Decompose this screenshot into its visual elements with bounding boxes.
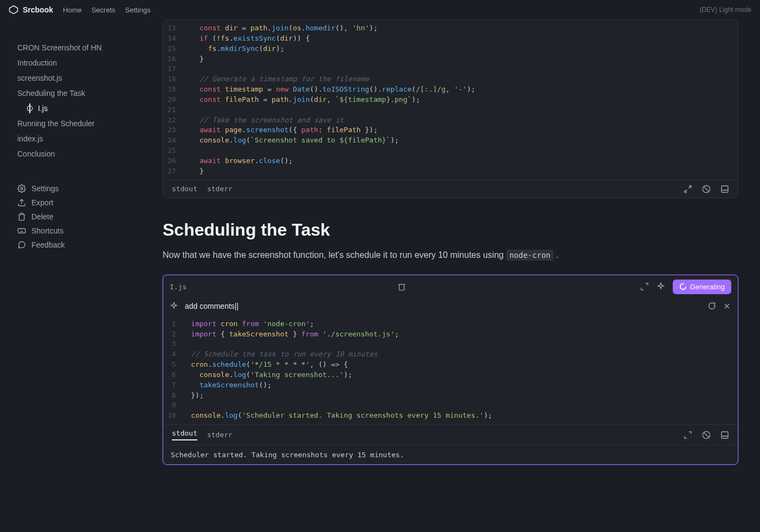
chat-icon[interactable] [707,302,716,310]
sparkle-icon[interactable] [656,282,665,291]
svg-line-11 [685,190,687,192]
stderr-tab[interactable]: stderr [207,431,233,439]
svg-line-10 [688,186,691,189]
toc-scheduling[interactable]: Scheduling the Task [17,87,141,100]
nav-home[interactable]: Home [63,6,82,14]
section-heading: Scheduling the Task [163,220,738,240]
dev-mode-badge[interactable]: (DEV) Light mode [700,6,751,14]
code-editor[interactable]: const dir = path.join(os.homedir(), 'hn'… [183,23,738,177]
spinner-icon [679,283,687,290]
chat-icon [17,241,26,249]
block-title[interactable]: I.js [170,283,391,291]
code-block-ijs: I.js Generating add comments| [163,275,738,465]
cancel-icon[interactable] [702,185,711,193]
sidebar-settings[interactable]: Settings [17,182,141,195]
logo[interactable]: Srcbook [9,5,53,15]
toc-i-js[interactable]: I.js [17,102,141,115]
stdout-output: Scheduler started. Taking screenshots ev… [163,445,738,464]
svg-marker-0 [10,6,18,14]
sidebar-settings-label: Settings [31,184,59,193]
logo-icon [9,5,18,15]
svg-line-13 [704,186,709,191]
sidebar-feedback[interactable]: Feedback [17,238,141,251]
expand-icon[interactable] [684,431,692,439]
panel-icon[interactable] [720,431,729,439]
svg-rect-4 [18,229,25,233]
toc-running[interactable]: Running the Scheduler [17,117,141,130]
section-text-before: Now that we have the screenshot function… [163,250,506,259]
section-text-after: . [553,250,558,259]
generating-label: Generating [690,283,725,291]
main-content: 131415161718192021222324252627 const dir… [141,20,760,532]
nav-settings[interactable]: Settings [125,6,151,14]
sidebar: CRON Screenshot of HN Introduction scree… [0,20,141,532]
sidebar-delete[interactable]: Delete [17,210,141,223]
section-text: Now that we have the screenshot function… [163,249,738,262]
trash-icon [17,212,26,221]
upload-icon [17,198,26,207]
toc-screenshot-js[interactable]: screenshot.js [17,72,141,85]
sidebar-shortcuts[interactable]: Shortcuts [17,224,141,237]
svg-line-19 [704,432,709,437]
close-icon[interactable] [723,302,731,310]
stderr-tab[interactable]: stderr [207,185,233,193]
sidebar-delete-label: Delete [31,212,53,221]
toc-i-js-label: I.js [38,104,48,113]
trash-icon[interactable] [397,282,406,291]
code-editor[interactable]: import cron from 'node-cron'; import { t… [183,319,738,421]
sparkle-icon [170,302,178,310]
nav-secrets[interactable]: Secrets [92,6,115,14]
brand-text: Srcbook [23,5,53,14]
gear-icon [17,184,26,193]
keyboard-icon [17,226,26,235]
sidebar-export[interactable]: Export [17,196,141,209]
line-numbers: 12345678910 [163,319,183,421]
sidebar-actions: Settings Export Delete Shortcuts Feedbac… [17,182,141,251]
toc-conclusion[interactable]: Conclusion [17,147,141,160]
generating-button[interactable]: Generating [673,280,731,294]
toc-introduction[interactable]: Introduction [17,56,141,69]
stdout-tab[interactable]: stdout [172,429,197,440]
svg-point-1 [27,106,32,111]
svg-rect-14 [722,186,728,192]
svg-point-2 [21,187,23,190]
panel-icon[interactable] [720,185,729,193]
topnav: Srcbook Home Secrets Settings (DEV) Ligh… [0,0,760,20]
ai-prompt-input[interactable]: add comments| [185,302,701,310]
toc-index-js[interactable]: index.js [17,132,141,145]
sidebar-shortcuts-label: Shortcuts [31,226,63,235]
sidebar-feedback-label: Feedback [31,241,65,249]
line-numbers: 131415161718192021222324252627 [163,23,183,177]
stdout-tab[interactable]: stdout [172,185,197,193]
toc: CRON Screenshot of HN Introduction scree… [17,41,141,160]
code-block-screenshot: 131415161718192021222324252627 const dir… [163,20,738,198]
circle-icon [26,105,34,112]
svg-rect-20 [722,432,728,438]
toc-cron-screenshot[interactable]: CRON Screenshot of HN [17,41,141,54]
expand-icon[interactable] [640,282,649,291]
sidebar-export-label: Export [31,198,53,207]
inline-code: node-cron [506,250,554,261]
cancel-icon[interactable] [702,431,711,439]
expand-icon[interactable] [684,185,692,193]
